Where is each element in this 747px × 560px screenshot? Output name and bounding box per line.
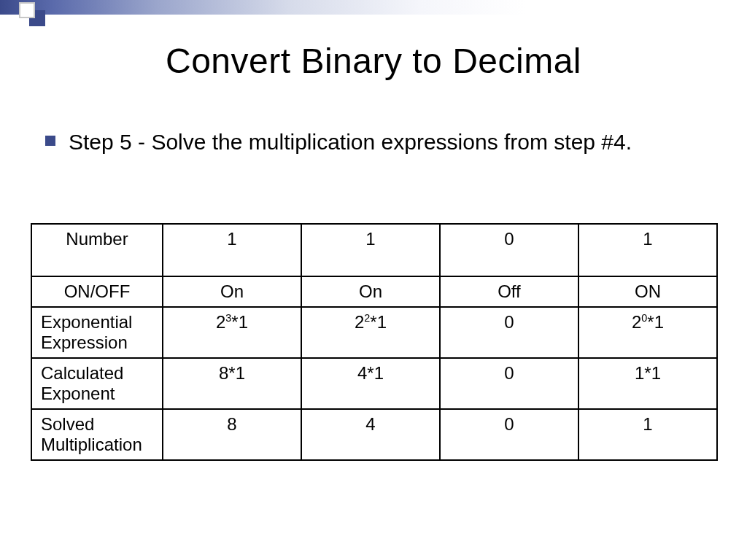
table-cell: 8 xyxy=(163,409,301,460)
table-cell: 23*1 xyxy=(163,307,301,358)
table-row: SolvedMultiplication 8 4 0 1 xyxy=(31,409,717,460)
row-label: ExponentialExpression xyxy=(31,307,163,358)
table-cell: 20*1 xyxy=(578,307,717,358)
bullet-text: Step 5 - Solve the multiplication expres… xyxy=(69,128,632,156)
table-cell: 0 xyxy=(440,358,578,409)
table-cell: On xyxy=(301,276,440,307)
table-cell: 4*1 xyxy=(301,358,440,409)
row-label: Number xyxy=(31,224,163,276)
table-cell: 1*1 xyxy=(578,358,717,409)
square-bullet-icon xyxy=(45,136,55,146)
table-cell: Off xyxy=(440,276,578,307)
table-cell: 8*1 xyxy=(163,358,301,409)
row-label: ON/OFF xyxy=(31,276,163,307)
row-label: CalculatedExponent xyxy=(31,358,163,409)
slide-body: Step 5 - Solve the multiplication expres… xyxy=(45,128,702,156)
table-cell: 1 xyxy=(301,224,440,276)
table-cell: 0 xyxy=(440,409,578,460)
table-row: CalculatedExponent 8*1 4*1 0 1*1 xyxy=(31,358,717,409)
bullet-item: Step 5 - Solve the multiplication expres… xyxy=(45,128,702,156)
table-row: Number 1 1 0 1 xyxy=(31,224,717,276)
table-cell: 0 xyxy=(440,224,578,276)
row-label: SolvedMultiplication xyxy=(31,409,163,460)
slide-title: Convert Binary to Decimal xyxy=(0,41,747,81)
table-cell: On xyxy=(163,276,301,307)
header-gradient-bar xyxy=(0,0,525,15)
table-cell: ON xyxy=(578,276,717,307)
conversion-table: Number 1 1 0 1 ON/OFF On On Off ON Expon… xyxy=(31,223,716,461)
table-cell: 1 xyxy=(578,224,717,276)
table-cell: 22*1 xyxy=(301,307,440,358)
header-square-light xyxy=(19,2,35,18)
header-decoration xyxy=(0,0,747,25)
table-row: ON/OFF On On Off ON xyxy=(31,276,717,307)
table-row: ExponentialExpression 23*1 22*1 0 20*1 xyxy=(31,307,717,358)
table-cell: 1 xyxy=(163,224,301,276)
table-cell: 4 xyxy=(301,409,440,460)
table-cell: 1 xyxy=(578,409,717,460)
table-cell: 0 xyxy=(440,307,578,358)
